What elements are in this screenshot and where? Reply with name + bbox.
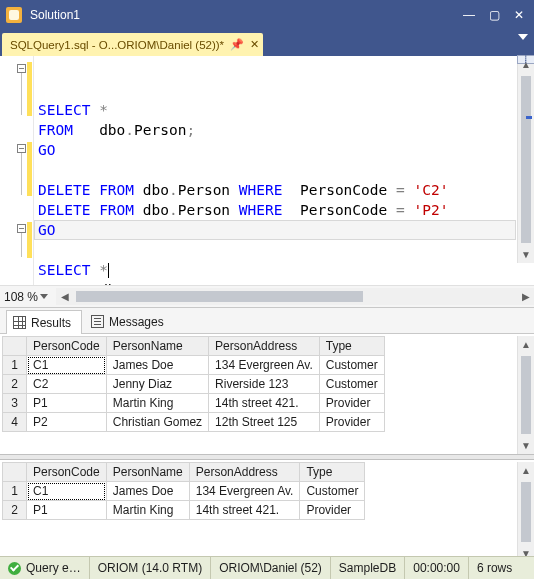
grid-cell[interactable]: Jenny Diaz [106, 375, 208, 394]
scroll-up-icon[interactable]: ▲ [518, 336, 534, 353]
kw-where: WHERE [239, 182, 283, 198]
text-caret [108, 263, 109, 278]
grid-table[interactable]: PersonCode PersonName PersonAddress Type… [2, 462, 365, 520]
grid-cell[interactable]: Customer [319, 375, 384, 394]
code-area[interactable]: SELECT * FROM dbo.Person; GO DELETE FROM… [34, 56, 534, 285]
tab-close-icon[interactable]: ✕ [250, 38, 259, 51]
grid-cell[interactable]: P1 [27, 501, 107, 520]
chevron-down-icon [40, 294, 48, 299]
editor-bottom-bar: 108 % ◀ ▶ [0, 285, 534, 307]
grid-cell[interactable]: C1 [27, 356, 107, 375]
grid-cell[interactable]: Provider [300, 501, 365, 520]
grid-cell[interactable]: Martin King [106, 501, 189, 520]
change-marker [27, 62, 32, 116]
col-header[interactable]: PersonCode [27, 337, 107, 356]
grid-row[interactable]: 2 C2 Jenny Diaz Riverside 123 Customer [3, 375, 385, 394]
kw-go: GO [38, 222, 55, 238]
row-header[interactable]: 2 [3, 501, 27, 520]
minimize-button[interactable]: — [463, 8, 475, 22]
grid-header-row: PersonCode PersonName PersonAddress Type [3, 337, 385, 356]
str-lit: 'C2' [413, 182, 448, 198]
op-dot: . [169, 182, 178, 198]
row-header[interactable]: 1 [3, 356, 27, 375]
grid-row[interactable]: 2 P1 Martin King 14th street 421. Provid… [3, 501, 365, 520]
success-icon [8, 562, 21, 575]
grid-cell[interactable]: Riverside 123 [209, 375, 320, 394]
col-header[interactable]: PersonAddress [189, 463, 300, 482]
close-button[interactable]: ✕ [514, 8, 524, 22]
row-header[interactable]: 4 [3, 413, 27, 432]
maximize-button[interactable]: ▢ [489, 8, 500, 22]
op-semi: ; [186, 282, 195, 285]
col-header[interactable]: Type [319, 337, 384, 356]
grid-cell[interactable]: James Doe [106, 356, 208, 375]
outline-toggle-icon[interactable] [17, 64, 26, 73]
scroll-up-icon[interactable]: ▲ [518, 462, 534, 479]
outline-toggle-icon[interactable] [17, 224, 26, 233]
scroll-up-icon[interactable]: ▲ [518, 56, 534, 73]
kw-from: FROM [38, 122, 73, 138]
scroll-thumb[interactable] [521, 482, 531, 542]
grid-row[interactable]: 4 P2 Christian Gomez 12th Street 125 Pro… [3, 413, 385, 432]
grid-vertical-scrollbar[interactable]: ▲ ▼ [517, 462, 534, 560]
tbl-name: Person [178, 182, 230, 198]
grid-row[interactable]: 1 C1 James Doe 134 Evergreen Av. Custome… [3, 356, 385, 375]
grid-header-row: PersonCode PersonName PersonAddress Type [3, 463, 365, 482]
outline-line [21, 233, 22, 257]
grid-cell[interactable]: 12th Street 125 [209, 413, 320, 432]
outline-line [21, 73, 22, 115]
tab-overflow-icon[interactable] [518, 34, 528, 40]
col-header[interactable]: Type [300, 463, 365, 482]
tab-results-label: Results [31, 316, 71, 330]
grid-cell[interactable]: 14th street 421. [189, 501, 300, 520]
app-icon [6, 7, 22, 23]
row-header[interactable]: 1 [3, 482, 27, 501]
grid-cell[interactable]: C1 [27, 482, 107, 501]
op-eq: = [396, 182, 405, 198]
document-tab[interactable]: SQLQuery1.sql - O...ORIOM\Daniel (52))* … [2, 33, 263, 56]
tbl-name: Person [178, 202, 230, 218]
grid-cell[interactable]: C2 [27, 375, 107, 394]
grid-cell[interactable]: Customer [319, 356, 384, 375]
op-dot: . [125, 122, 134, 138]
scroll-right-icon[interactable]: ▶ [517, 288, 534, 305]
grid-cell[interactable]: Provider [319, 394, 384, 413]
grid-cell[interactable]: 134 Evergreen Av. [189, 482, 300, 501]
col-header[interactable]: PersonName [106, 463, 189, 482]
grid-cell[interactable]: Christian Gomez [106, 413, 208, 432]
grid-cell[interactable]: James Doe [106, 482, 189, 501]
scroll-thumb[interactable] [521, 356, 531, 434]
grid-row[interactable]: 1 C1 James Doe 134 Evergreen Av. Custome… [3, 482, 365, 501]
grid-cell[interactable]: 14th street 421. [209, 394, 320, 413]
scroll-down-icon[interactable]: ▼ [518, 437, 534, 454]
grid-table[interactable]: PersonCode PersonName PersonAddress Type… [2, 336, 385, 432]
grid-cell[interactable]: P1 [27, 394, 107, 413]
grid-corner[interactable] [3, 337, 27, 356]
row-header[interactable]: 3 [3, 394, 27, 413]
grid-splitter[interactable] [0, 454, 534, 460]
pin-icon[interactable]: 📌 [230, 38, 244, 51]
grid-cell[interactable]: Martin King [106, 394, 208, 413]
outline-toggle-icon[interactable] [17, 144, 26, 153]
grid-cell[interactable]: 134 Evergreen Av. [209, 356, 320, 375]
tbl-schema: dbo [99, 282, 125, 285]
col-header[interactable]: PersonAddress [209, 337, 320, 356]
scroll-left-icon[interactable]: ◀ [56, 288, 73, 305]
grid-corner[interactable] [3, 463, 27, 482]
tab-messages[interactable]: Messages [84, 309, 175, 333]
grid-cell[interactable]: Provider [319, 413, 384, 432]
grid-cell[interactable]: P2 [27, 413, 107, 432]
grid-cell[interactable]: Customer [300, 482, 365, 501]
window-buttons: — ▢ ✕ [463, 8, 524, 22]
zoom-selector[interactable]: 108 % [0, 290, 52, 304]
outline-line [21, 153, 22, 195]
col-header[interactable]: PersonCode [27, 463, 107, 482]
tab-results[interactable]: Results [6, 310, 82, 334]
row-header[interactable]: 2 [3, 375, 27, 394]
col-header[interactable]: PersonName [106, 337, 208, 356]
status-login: ORIOM\Daniel (52) [211, 557, 331, 579]
grid-row[interactable]: 3 P1 Martin King 14th street 421. Provid… [3, 394, 385, 413]
scroll-thumb[interactable] [76, 291, 363, 302]
editor-horizontal-scrollbar[interactable]: ◀ ▶ [56, 288, 534, 305]
grid-vertical-scrollbar[interactable]: ▲ ▼ [517, 336, 534, 454]
